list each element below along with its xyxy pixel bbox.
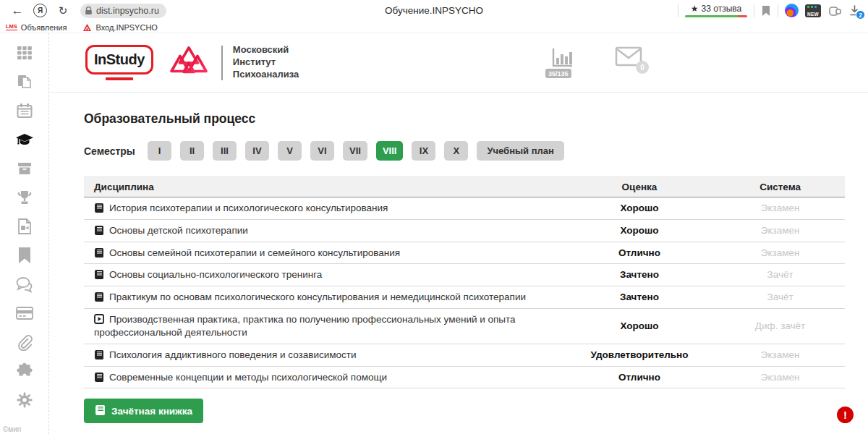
browser-window: ← Я ↻ dist.inpsycho.ru Обучение.INPSYCHO… bbox=[0, 0, 868, 434]
grade-cell: Хорошо bbox=[563, 219, 715, 242]
bookmark-label: Вход.INPSYCHO bbox=[95, 23, 157, 32]
system-cell: Экзамен bbox=[715, 197, 845, 220]
sidebar-item-bookmarks[interactable] bbox=[15, 247, 34, 266]
sidebar-item-calendar[interactable] bbox=[15, 103, 34, 122]
content-area: InStudy Моско bbox=[49, 33, 868, 434]
downloads-button[interactable]: 2 bbox=[848, 4, 861, 17]
sidebar-item-documents[interactable] bbox=[15, 74, 34, 93]
gradebook-button-label: Зачётная книжка bbox=[111, 406, 192, 417]
calendar-icon bbox=[16, 102, 33, 122]
column-header-grade: Оценка bbox=[563, 177, 715, 197]
bookmark-item-login[interactable]: Вход.INPSYCHO bbox=[82, 23, 157, 32]
discipline-cell[interactable]: Производственная практика, практика по п… bbox=[84, 309, 563, 344]
extension-browser-icon[interactable] bbox=[785, 4, 799, 17]
sidebar-item-apps[interactable] bbox=[15, 45, 34, 64]
book-icon bbox=[94, 225, 104, 235]
book-icon bbox=[94, 203, 104, 213]
archive-box-icon bbox=[16, 160, 33, 180]
grade-cell: Зачтено bbox=[563, 286, 715, 309]
alert-notification-icon[interactable]: ! bbox=[837, 407, 854, 423]
reviews-widget[interactable]: ★ 33 отзыва bbox=[685, 4, 747, 17]
browser-toolbar: ← Я ↻ dist.inpsycho.ru Обучение.INPSYCHO… bbox=[0, 0, 868, 21]
discipline-cell[interactable]: Основы социально-психологического тренин… bbox=[84, 264, 563, 286]
reviews-rating-bar bbox=[685, 15, 747, 17]
mail-count-badge: 0 bbox=[636, 61, 649, 74]
book-icon bbox=[94, 247, 104, 258]
sidebar-item-education[interactable] bbox=[15, 132, 34, 150]
site-header: InStudy Моско bbox=[49, 33, 868, 93]
toolbar-separator bbox=[754, 4, 754, 17]
table-row: Основы социально-психологического тренин… bbox=[84, 264, 845, 286]
toolbar-separator bbox=[778, 4, 778, 17]
page-body: ©мип InStudy bbox=[0, 33, 868, 434]
table-row: Психология аддиктивного поведения и соза… bbox=[84, 344, 845, 366]
gradebook-book-icon bbox=[95, 404, 106, 417]
semester-button-4[interactable]: IV bbox=[245, 141, 269, 161]
discipline-cell[interactable]: Основы семейной психотерапии и семейного… bbox=[84, 242, 563, 264]
copyright-label: ©мип bbox=[3, 425, 21, 433]
semester-button-3[interactable]: III bbox=[213, 141, 237, 161]
discipline-name: Современные концепции и методы психологи… bbox=[109, 372, 387, 383]
institute-name: Московский Институт Психоанализа bbox=[233, 44, 299, 81]
discipline-cell[interactable]: История психотерапии и психологического … bbox=[84, 197, 563, 220]
profile-icon[interactable]: Я bbox=[33, 4, 47, 17]
extension-hand-icon[interactable] bbox=[827, 4, 842, 17]
discipline-cell[interactable]: Практикум по основам психологического ко… bbox=[84, 286, 563, 309]
sidebar-item-attachments[interactable] bbox=[15, 334, 34, 353]
sidebar-item-messages[interactable] bbox=[15, 276, 34, 295]
sidebar-item-video[interactable] bbox=[15, 218, 34, 237]
semesters-row: Семестры I II III IV V VI VII VIII IX X … bbox=[84, 141, 845, 161]
semester-button-5[interactable]: V bbox=[278, 141, 302, 161]
grade-cell: Удовлетворительно bbox=[563, 344, 715, 366]
semester-button-10[interactable]: X bbox=[444, 141, 468, 161]
semester-button-7[interactable]: VII bbox=[343, 141, 367, 161]
semester-button-8-active[interactable]: VIII bbox=[376, 141, 404, 161]
extension-new-icon[interactable]: NEW bbox=[805, 4, 821, 17]
semester-button-1[interactable]: I bbox=[148, 141, 171, 161]
table-header-row: Дисциплина Оценка Система bbox=[84, 177, 845, 197]
chat-icon bbox=[15, 276, 34, 296]
sidebar-item-payments[interactable] bbox=[15, 305, 34, 324]
downloads-badge: 2 bbox=[856, 10, 865, 20]
paperclip-icon bbox=[16, 333, 33, 354]
instudy-logo[interactable]: InStudy bbox=[85, 45, 153, 81]
system-cell: Зачёт bbox=[715, 264, 845, 286]
table-row: История психотерапии и психологического … bbox=[84, 197, 845, 220]
toolbar-separator bbox=[678, 4, 678, 17]
grades-table: Дисциплина Оценка Система История психот… bbox=[84, 176, 845, 388]
bookmark-label: Объявления bbox=[21, 23, 67, 32]
table-row: Современные концепции и методы психологи… bbox=[84, 366, 845, 388]
back-button[interactable]: ← bbox=[7, 2, 27, 20]
lms-favicon: LMS bbox=[6, 24, 17, 31]
curriculum-plan-button[interactable]: Учебный план bbox=[477, 141, 563, 161]
semester-button-2[interactable]: II bbox=[180, 141, 204, 161]
semester-buttons: I II III IV V VI VII VIII IX X Учебный п… bbox=[148, 141, 564, 161]
discipline-cell[interactable]: Основы детской психотерапии bbox=[84, 219, 563, 242]
discipline-cell[interactable]: Психология аддиктивного поведения и соза… bbox=[84, 344, 563, 366]
discipline-cell[interactable]: Современные концепции и методы психологи… bbox=[84, 366, 563, 388]
sidebar-item-integrations[interactable] bbox=[15, 363, 34, 382]
bookmark-flag-icon[interactable] bbox=[761, 5, 771, 17]
url-text: dist.inpsycho.ru bbox=[96, 6, 159, 16]
bookmark-icon bbox=[17, 247, 33, 267]
sidebar-item-awards[interactable] bbox=[15, 190, 34, 208]
puzzle-icon bbox=[16, 362, 33, 383]
apps-grid-icon bbox=[16, 44, 33, 64]
address-bar[interactable]: dist.inpsycho.ru bbox=[80, 4, 166, 18]
bookmark-item-announcements[interactable]: LMS Объявления bbox=[6, 23, 67, 32]
discipline-name: Психология аддиктивного поведения и соза… bbox=[109, 349, 356, 360]
documents-icon bbox=[16, 73, 33, 93]
mail-button[interactable]: 0 bbox=[615, 46, 642, 69]
semester-button-9[interactable]: IX bbox=[412, 141, 435, 161]
play-icon bbox=[94, 314, 104, 324]
bookmarks-bar: LMS Объявления Вход.INPSYCHO bbox=[0, 21, 868, 33]
system-cell: Экзамен bbox=[715, 242, 845, 264]
progress-stats-button[interactable]: 35/135 bbox=[550, 46, 574, 72]
sidebar-item-settings[interactable] bbox=[15, 392, 34, 411]
gradebook-button[interactable]: Зачётная книжка bbox=[84, 399, 203, 423]
lock-icon bbox=[85, 7, 93, 15]
semester-button-6[interactable]: VI bbox=[310, 141, 334, 161]
refresh-button[interactable]: ↻ bbox=[53, 2, 73, 20]
table-row: Практикум по основам психологического ко… bbox=[84, 286, 845, 309]
sidebar-item-archive[interactable] bbox=[15, 161, 34, 179]
